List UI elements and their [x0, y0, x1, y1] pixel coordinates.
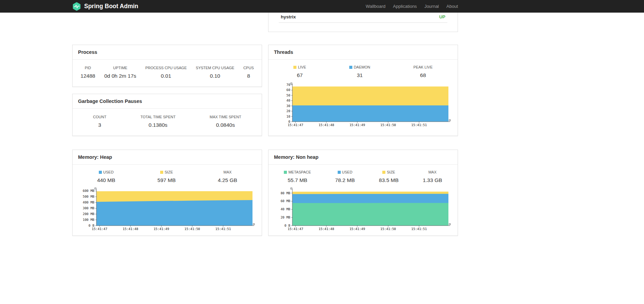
applications-card-spacer	[269, 23, 458, 32]
stat-value: 12488	[80, 73, 95, 79]
nav-item-wallboard[interactable]: Wallboard	[362, 4, 389, 9]
stat-uptime: UPTIME 0d 0h 2m 17s	[104, 66, 136, 79]
nonheap-card: Memory: Non heap METASPACE 55.7 MB USED …	[268, 150, 458, 236]
stat-value: 55.7 MB	[284, 177, 311, 183]
stat-label: COUNT	[93, 115, 106, 119]
stat-label: CPUS	[243, 66, 254, 70]
stat-gc-count: COUNT 3	[93, 115, 106, 128]
stat-value: 0d 0h 2m 17s	[104, 73, 136, 79]
svg-text:15:41:47: 15:41:47	[288, 123, 303, 127]
svg-text:500 MB: 500 MB	[82, 195, 94, 198]
stat-label: PROCESS CPU USAGE	[145, 66, 187, 70]
threads-chart-wrap: 01020304050607015:41:4715:41:4815:41:491…	[269, 80, 458, 132]
svg-text:15:41:50: 15:41:50	[380, 227, 396, 231]
metaspace-legend-swatch	[284, 171, 287, 174]
stat-value: 68	[413, 72, 432, 78]
row-memory: Memory: Heap USED 440 MB SIZE 597 MB	[72, 150, 458, 236]
heap-chart-wrap: 0 B100 MB200 MB300 MB400 MB500 MB600 MB1…	[73, 185, 262, 235]
row-process-threads: Process PID 12488 UPTIME 0d 0h 2m 17s PR…	[72, 45, 458, 136]
process-card-title: Process	[73, 45, 262, 60]
stat-value: 78.2 MB	[335, 177, 355, 183]
spring-boot-admin-logo-icon	[72, 2, 81, 11]
heap-card-title: Memory: Heap	[73, 150, 262, 165]
stat-value: 67	[293, 72, 306, 78]
svg-text:40 MB: 40 MB	[280, 207, 290, 211]
threads-chart: 01020304050607015:41:4715:41:4815:41:491…	[275, 82, 452, 127]
svg-text:200 MB: 200 MB	[82, 212, 94, 216]
live-legend-swatch	[293, 66, 296, 69]
legend-label: USED	[342, 170, 353, 174]
process-card: Process PID 12488 UPTIME 0d 0h 2m 17s PR…	[72, 45, 262, 87]
stat-gc-max-time: MAX TIME SPENT 0.0840s	[210, 115, 241, 128]
svg-text:15:41:51: 15:41:51	[411, 227, 427, 231]
stat-nonheap-size: SIZE 83.5 MB	[379, 170, 399, 183]
legend-label: SIZE	[387, 170, 395, 174]
nav-item-journal[interactable]: Journal	[420, 4, 443, 9]
svg-text:15:41:51: 15:41:51	[411, 123, 427, 127]
nav-item-applications[interactable]: Applications	[389, 4, 420, 9]
stat-threads-daemon: DAEMON 31	[349, 65, 370, 78]
stat-threads-peak-live: PEAK LIVE 68	[413, 65, 432, 78]
nav-item-about[interactable]: About	[443, 4, 458, 9]
svg-text:40: 40	[286, 98, 290, 102]
legend-label: SIZE	[165, 170, 173, 174]
stat-value: 0.0840s	[210, 122, 241, 128]
svg-text:10: 10	[286, 115, 290, 118]
svg-text:600 MB: 600 MB	[82, 189, 94, 193]
stat-pid: PID 12488	[80, 66, 95, 79]
stat-label: METASPACE	[284, 170, 311, 174]
heap-card: Memory: Heap USED 440 MB SIZE 597 MB	[72, 150, 262, 236]
svg-text:15:41:49: 15:41:49	[153, 227, 169, 231]
stat-label: LIVE	[293, 65, 306, 69]
row-applications: hystrix UP	[72, 13, 458, 32]
legend-label: USED	[103, 170, 114, 174]
svg-text:20 MB: 20 MB	[280, 215, 290, 219]
col-nonheap: Memory: Non heap METASPACE 55.7 MB USED …	[268, 150, 458, 236]
stat-value: 3	[93, 122, 106, 128]
svg-text:15:41:51: 15:41:51	[215, 227, 231, 231]
stat-nonheap-metaspace: METASPACE 55.7 MB	[284, 170, 311, 183]
stat-value: 4.25 GB	[218, 177, 237, 183]
svg-text:400 MB: 400 MB	[82, 200, 94, 204]
legend-label: METASPACE	[288, 170, 311, 174]
brand-title: Spring Boot Admin	[84, 3, 138, 10]
svg-text:15:41:49: 15:41:49	[349, 123, 365, 127]
stat-label: MAX TIME SPENT	[210, 115, 241, 119]
svg-text:70: 70	[286, 83, 290, 87]
stat-value: 83.5 MB	[379, 177, 399, 183]
stat-label: USED	[97, 170, 115, 174]
nonheap-card-title: Memory: Non heap	[269, 150, 458, 165]
stat-value: 597 MB	[157, 177, 175, 183]
brand-link[interactable]: Spring Boot Admin	[72, 2, 138, 11]
heap-legend: USED 440 MB SIZE 597 MB MAX 4.25 GB	[73, 165, 262, 185]
used-legend-swatch	[99, 171, 102, 174]
status-badge: UP	[439, 14, 445, 19]
legend-label: DAEMON	[354, 65, 370, 69]
svg-text:30: 30	[286, 104, 290, 108]
stat-label: PEAK LIVE	[413, 65, 432, 69]
used-legend-swatch	[338, 171, 341, 174]
svg-text:15:41:48: 15:41:48	[122, 227, 138, 231]
nonheap-legend: METASPACE 55.7 MB USED 78.2 MB SIZE	[269, 165, 458, 185]
daemon-legend-swatch	[349, 66, 352, 69]
application-row[interactable]: hystrix UP	[279, 13, 447, 23]
col-threads: Threads LIVE 67 DAEMON 31	[268, 45, 458, 136]
stat-label: MAX	[423, 170, 442, 174]
legend-label: LIVE	[298, 65, 306, 69]
svg-text:15:41:48: 15:41:48	[318, 123, 334, 127]
stat-value: 31	[349, 72, 370, 78]
svg-text:15:41:47: 15:41:47	[92, 227, 107, 231]
svg-text:50: 50	[286, 93, 290, 97]
stat-label: UPTIME	[104, 66, 136, 70]
svg-text:15:41:50: 15:41:50	[380, 123, 396, 127]
navbar-inner: Spring Boot Admin Wallboard Applications…	[72, 0, 458, 13]
svg-text:100 MB: 100 MB	[82, 218, 94, 222]
svg-text:60 MB: 60 MB	[280, 199, 290, 203]
col-empty-left	[72, 13, 262, 32]
stat-label: SIZE	[157, 170, 175, 174]
stat-gc-total-time: TOTAL TIME SPENT 0.1380s	[140, 115, 175, 128]
col-applications: hystrix UP	[268, 13, 458, 32]
svg-text:15:41:48: 15:41:48	[318, 227, 334, 231]
stat-value: 1.33 GB	[423, 177, 442, 183]
stat-heap-used: USED 440 MB	[97, 170, 115, 183]
